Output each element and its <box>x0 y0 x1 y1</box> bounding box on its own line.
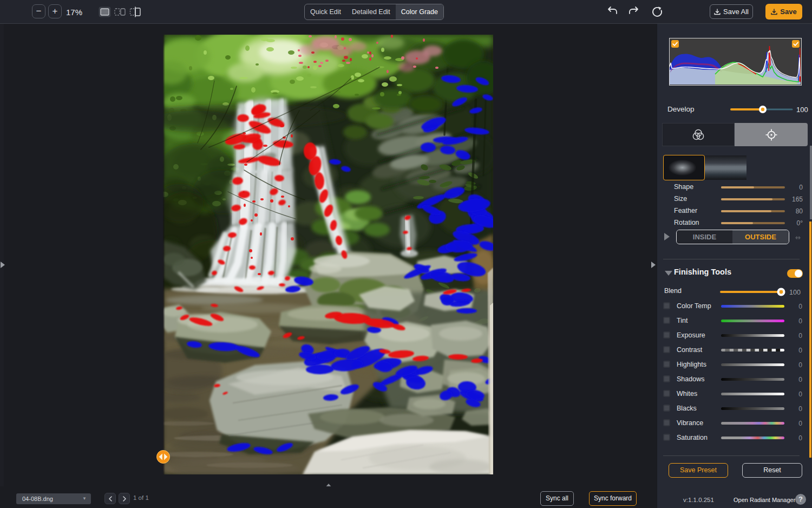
svg-text:100: 100 <box>789 289 801 296</box>
svg-text:100: 100 <box>796 106 808 114</box>
